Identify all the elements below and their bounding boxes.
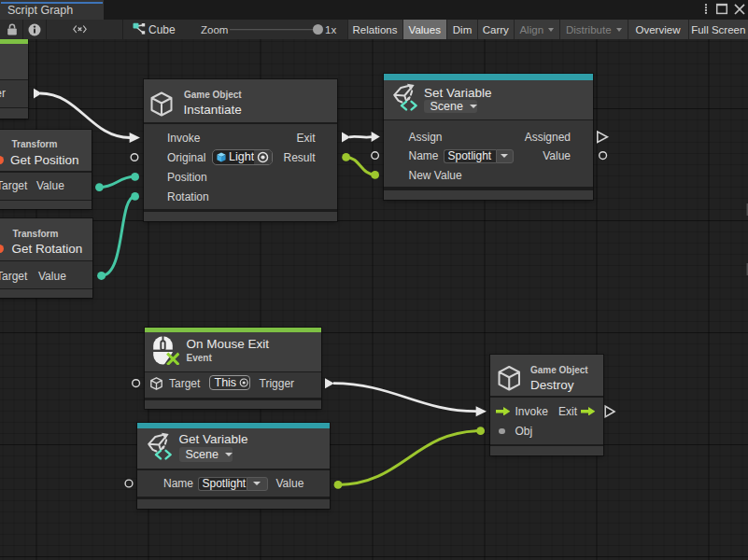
port-label-invoke: Invoke xyxy=(515,405,548,418)
wire-result-to-newvalue[interactable] xyxy=(342,153,379,179)
node-title: Get Position xyxy=(10,153,79,167)
variable-scope-dropdown[interactable]: Scene xyxy=(424,100,478,114)
node-on-mouse-exit[interactable]: On Mouse Exit Event Target This Trigger xyxy=(145,328,321,409)
variable-name-value[interactable]: Spotlight xyxy=(198,477,247,491)
wire-getposition-to-position[interactable] xyxy=(95,173,139,191)
code-preview-icon[interactable] xyxy=(73,24,87,35)
node-category: Transform xyxy=(12,138,58,148)
node-title: Get Variable xyxy=(179,431,248,445)
port-instantiate-rotation[interactable] xyxy=(131,192,139,201)
port-mouseexit-target[interactable] xyxy=(133,380,140,387)
port-getposition-value[interactable] xyxy=(95,183,104,191)
toolbar-button-align[interactable]: Align xyxy=(514,20,560,39)
unity-script-graph-window: Script Graph xyxy=(0,0,748,560)
zoom-slider-track[interactable] xyxy=(230,29,318,31)
port-label-invoke: Invoke xyxy=(167,132,200,145)
variable-unity-icon xyxy=(392,83,418,111)
port-instantiate-original[interactable] xyxy=(131,154,138,161)
node-event-fragment[interactable]: Trigger xyxy=(0,39,28,119)
port-label-new-value: New Value xyxy=(409,169,462,182)
port-destroy-obj[interactable] xyxy=(476,427,485,435)
port-instantiate-result[interactable] xyxy=(342,153,350,161)
tab-bar: Script Graph xyxy=(0,0,748,20)
toolbar-button-carry[interactable]: Carry xyxy=(477,20,514,39)
node-set-variable[interactable]: Set Variable Scene Assign Assigned Name … xyxy=(384,74,594,200)
tab-title: Script Graph xyxy=(7,4,73,17)
port-setvariable-name[interactable] xyxy=(372,152,379,160)
node-get-variable[interactable]: Get Variable Scene Name Spotlight Value xyxy=(137,423,330,509)
node-category: Game Object xyxy=(184,90,242,100)
variable-name-dropdown-button[interactable] xyxy=(496,149,514,163)
object-field-original[interactable]: Light xyxy=(212,149,273,166)
graph-breadcrumb[interactable]: Cube xyxy=(148,23,176,36)
close-icon[interactable] xyxy=(733,0,746,20)
dropdown-arrow-icon xyxy=(501,154,508,158)
port-destroy-invoke[interactable] xyxy=(476,406,487,416)
variable-name-field[interactable]: Spotlight xyxy=(444,149,514,163)
wire-instantiate-to-setvariable[interactable] xyxy=(342,132,380,142)
port-setvariable-assign[interactable] xyxy=(372,132,380,142)
variable-scope-dropdown[interactable]: Scene xyxy=(179,447,233,462)
lock-icon[interactable] xyxy=(7,23,18,35)
node-destroy[interactable]: Game Object Destroy Invoke Exit Obj xyxy=(490,355,603,455)
game-object-icon xyxy=(498,365,521,392)
wire-getvariable-to-obj[interactable] xyxy=(334,427,485,488)
variable-name-value[interactable]: Spotlight xyxy=(444,149,496,163)
port-setvariable-value[interactable] xyxy=(600,152,607,160)
zoom-slider-handle[interactable] xyxy=(313,24,323,35)
toolbar-button-values[interactable]: Values xyxy=(402,20,447,39)
node-header: Set Variable Scene xyxy=(384,80,594,119)
wire-mouseexit-to-destroy[interactable] xyxy=(325,378,487,416)
game-object-blue-icon xyxy=(217,152,226,162)
toolbar-button-overview[interactable]: Overview xyxy=(628,20,688,39)
info-icon[interactable] xyxy=(28,23,41,36)
variable-name-field[interactable]: Spotlight xyxy=(198,477,268,491)
toolbar-button-fullscreen[interactable]: Full Screen xyxy=(688,20,748,39)
port-mouseexit-trigger[interactable] xyxy=(325,378,334,388)
maximize-icon[interactable] xyxy=(715,0,728,20)
transform-icon xyxy=(0,156,4,164)
port-label-obj: Obj xyxy=(515,425,533,438)
port-label-trigger: Trigger xyxy=(260,377,295,390)
node-category: Transform xyxy=(13,228,59,238)
port-instantiate-position[interactable] xyxy=(131,173,139,181)
toolbar-button-dim[interactable]: Dim xyxy=(446,20,477,39)
toolbar-button-distribute[interactable]: Distribute xyxy=(559,20,628,39)
port-setvariable-assigned[interactable] xyxy=(598,132,608,142)
tab-script-graph[interactable]: Script Graph xyxy=(0,0,104,20)
node-get-rotation[interactable]: Transform Get Rotation Target Value xyxy=(0,218,92,298)
port-getvariable-name[interactable] xyxy=(125,480,133,487)
port-getrotation-value[interactable] xyxy=(97,272,106,280)
port-label-target: Target xyxy=(169,377,200,390)
node-body: Target Value xyxy=(0,173,92,200)
mouse-exit-icon xyxy=(153,336,179,365)
port-label-target: Target xyxy=(0,270,27,283)
port-destroy-exit[interactable] xyxy=(605,406,614,416)
target-self-field[interactable]: This xyxy=(209,375,250,390)
graph-canvas[interactable]: Trigger Transform Get Position Target Va… xyxy=(0,39,748,560)
object-picker-icon[interactable] xyxy=(239,377,248,388)
node-get-position[interactable]: Transform Get Position Target Value xyxy=(0,130,92,210)
port-label-target: Target xyxy=(0,179,27,192)
node-header: Transform Get Rotation xyxy=(0,218,92,260)
port-label-original: Original xyxy=(167,151,205,164)
port-instantiate-invoke[interactable] xyxy=(130,133,140,143)
port-getvariable-value[interactable] xyxy=(334,481,343,489)
port-label-value: Value xyxy=(543,149,571,162)
node-header: Get Variable Scene xyxy=(137,428,330,469)
node-footer xyxy=(384,190,594,201)
port-event-trigger[interactable] xyxy=(34,89,42,99)
wire-getrotation-to-rotation[interactable] xyxy=(97,192,139,280)
toolbar-button-relations[interactable]: Relations xyxy=(347,20,402,39)
value-port-dot-icon xyxy=(499,428,505,435)
node-instantiate[interactable]: Game Object Instantiate Invoke Exit Orig… xyxy=(144,79,338,221)
toolbar-separator xyxy=(22,20,23,39)
align-dropdown-arrow xyxy=(548,28,554,32)
port-setvariable-newvalue[interactable] xyxy=(371,171,379,179)
port-instantiate-exit[interactable] xyxy=(342,132,350,142)
kebab-menu-icon[interactable] xyxy=(701,0,711,20)
variable-name-dropdown-button[interactable] xyxy=(247,477,268,491)
port-label-result: Result xyxy=(283,151,315,164)
object-picker-button[interactable] xyxy=(254,150,272,165)
node-body: Invoke Exit Obj xyxy=(490,398,603,444)
